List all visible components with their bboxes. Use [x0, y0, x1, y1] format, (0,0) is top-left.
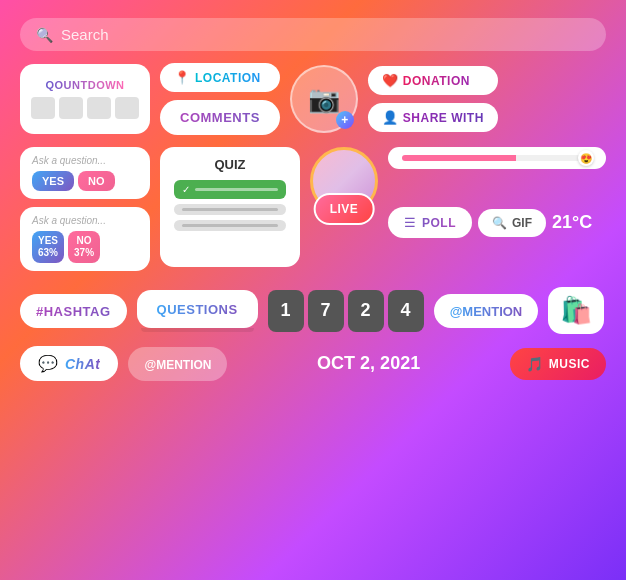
poll-label: POLL [422, 216, 456, 230]
pct-row: YES 63% NO 37% [32, 231, 138, 263]
hashtag-sticker[interactable]: #HASHTAG [20, 294, 127, 328]
comments-sticker[interactable]: COMMENTS [160, 100, 280, 135]
chat-bubble-icon: 💬 [38, 354, 58, 373]
comments-label: COMMENTS [180, 110, 260, 125]
temperature-sticker: 21°C [552, 212, 592, 233]
mention1-sticker[interactable]: @MENTION [434, 294, 539, 328]
poll-gif-row: ☰ POLL 🔍 GIF 21°C [388, 207, 606, 238]
poll-sticker[interactable]: ☰ POLL [388, 207, 472, 238]
countdown-box-3 [87, 97, 111, 119]
question1-prompt: Ask a question... [32, 155, 138, 166]
right-col: 😍 ☰ POLL 🔍 GIF 21°C [388, 147, 606, 238]
checkmark-icon: ✓ [182, 184, 190, 195]
yes-pct-button[interactable]: YES 63% [32, 231, 64, 263]
camera-icon: 📷 [308, 84, 340, 115]
slider-thumb: 😍 [578, 150, 594, 166]
mention2-sticker[interactable]: @MENTION [128, 347, 227, 381]
questions-label: QUESTIONS [157, 302, 238, 317]
hashtag-label: #HASHTAG [36, 304, 111, 319]
countdown-num-3: 2 [348, 290, 384, 332]
donation-label: DONATION [403, 74, 470, 88]
search-icon: 🔍 [36, 27, 53, 43]
poll-icon: ☰ [404, 215, 416, 230]
music-label: MUSIC [549, 357, 590, 371]
countdown-box-4 [115, 97, 139, 119]
countdown-sticker[interactable]: QOUNTDOWN [20, 64, 150, 134]
quiz-option-correct: ✓ [174, 180, 286, 199]
row-3: #HASHTAG QUESTIONS 1 7 2 4 @MENTION 🛍️ [20, 287, 606, 334]
questions-sticker[interactable]: QUESTIONS [137, 290, 258, 328]
chat-label: ChAt [65, 356, 100, 372]
camera-sticker[interactable]: 📷 + [290, 65, 358, 133]
question2-prompt: Ask a question... [32, 215, 138, 226]
shopping-sticker[interactable]: 🛍️ [548, 287, 604, 334]
countdown-num-2: 7 [308, 290, 344, 332]
countdown-box-2 [59, 97, 83, 119]
person-icon: 👤 [382, 110, 398, 125]
donation-sticker[interactable]: ❤️ DONATION [368, 66, 498, 95]
countdown-numbers: 1 7 2 4 [268, 290, 424, 332]
gif-label: GIF [512, 216, 532, 230]
location-label: LOCATION [195, 71, 261, 85]
col-right-top: ❤️ DONATION 👤 SHARE WITH [368, 66, 498, 132]
no-pct-value: 37% [74, 247, 94, 259]
question1-sticker[interactable]: Ask a question... YES NO [20, 147, 150, 199]
date-sticker: OCT 2, 2021 [237, 353, 499, 374]
quiz-option-wrong-1 [174, 204, 286, 215]
mention1-label: @MENTION [450, 304, 523, 319]
slider-sticker[interactable]: 😍 [388, 147, 606, 169]
yes-pct-label: YES [38, 235, 58, 247]
countdown-boxes [31, 97, 139, 119]
live-badge[interactable]: LIVE [314, 193, 375, 225]
heart-icon: ❤️ [382, 73, 398, 88]
search-placeholder: Search [61, 26, 109, 43]
questions-col: Ask a question... YES NO Ask a question.… [20, 147, 150, 271]
yes-pct-value: 63% [38, 247, 58, 259]
live-area: LIVE [310, 147, 378, 215]
share-with-sticker[interactable]: 👤 SHARE WITH [368, 103, 498, 132]
shopping-bag-icon: 🛍️ [560, 295, 592, 326]
camera-plus-icon: + [336, 111, 354, 129]
no-pct-label: NO [77, 235, 92, 247]
live-circle-container: LIVE [310, 147, 378, 215]
countdown-num-4: 4 [388, 290, 424, 332]
yes-no-row: YES NO [32, 171, 138, 191]
quiz-sticker[interactable]: QUIZ ✓ [160, 147, 300, 267]
row-2: Ask a question... YES NO Ask a question.… [20, 147, 606, 271]
share-with-label: SHARE WITH [403, 111, 484, 125]
question2-sticker[interactable]: Ask a question... YES 63% NO 37% [20, 207, 150, 271]
slider-track: 😍 [402, 155, 592, 161]
countdown-box-1 [31, 97, 55, 119]
countdown-title: QOUNTDOWN [45, 79, 124, 91]
col-mid-top: 📍 LOCATION COMMENTS [160, 63, 280, 135]
yes-button[interactable]: YES [32, 171, 74, 191]
location-pin-icon: 📍 [174, 70, 190, 85]
questions-shadow [141, 328, 254, 332]
row-1: QOUNTDOWN 📍 LOCATION COMMENTS 📷 + [20, 63, 606, 135]
questions-sticker-wrap: QUESTIONS [137, 290, 258, 332]
location-sticker[interactable]: 📍 LOCATION [160, 63, 280, 92]
quiz-option-wrong-2 [174, 220, 286, 231]
mention2-label: @MENTION [144, 358, 211, 372]
gif-search-icon: 🔍 [492, 216, 507, 230]
countdown-num-1: 1 [268, 290, 304, 332]
chat-sticker[interactable]: 💬 ChAt [20, 346, 118, 381]
gif-sticker[interactable]: 🔍 GIF [478, 209, 546, 237]
music-sticker[interactable]: 🎵 MUSIC [510, 348, 606, 380]
bottom-row: 💬 ChAt @MENTION OCT 2, 2021 🎵 MUSIC [20, 346, 606, 381]
no-pct-button[interactable]: NO 37% [68, 231, 100, 263]
search-bar[interactable]: 🔍 Search [20, 18, 606, 51]
music-note-icon: 🎵 [526, 356, 543, 372]
live-label: LIVE [330, 202, 359, 216]
no-button[interactable]: NO [78, 171, 115, 191]
app-container: 🔍 Search QOUNTDOWN 📍 LOCATION COMMENTS [0, 0, 626, 399]
quiz-title: QUIZ [174, 157, 286, 172]
